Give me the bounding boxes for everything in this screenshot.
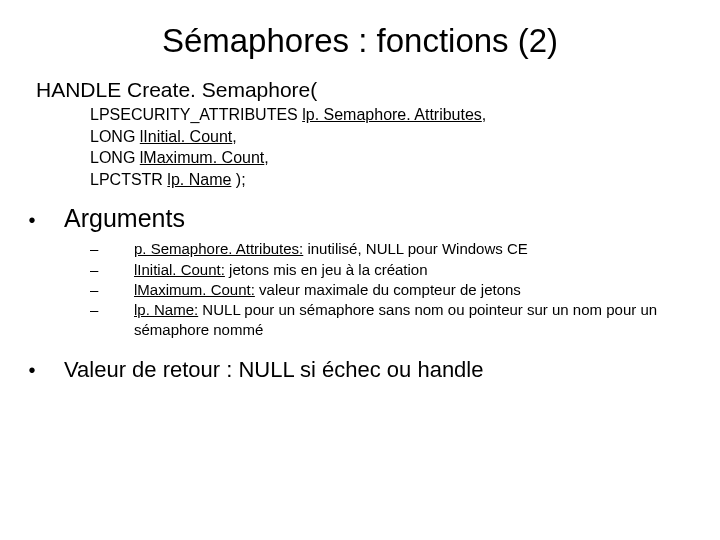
slide: Sémaphores : fonctions (2) HANDLE Create… [0,22,720,540]
dash-icon: – [90,280,134,300]
param-punct: ); [231,171,245,188]
argument-desc: jetons mis en jeu à la création [225,261,428,278]
dash-icon: – [90,300,134,320]
argument-row: – lp. Name: NULL pour un sémaphore sans … [90,300,720,341]
function-signature: HANDLE Create. Semaphore( [36,78,720,102]
argument-text: p. Semaphore. Attributes: inutilisé, NUL… [134,239,720,259]
parameter-list: LPSECURITY_ATTRIBUTES lp. Semaphore. Att… [90,104,720,190]
param-type: LPSECURITY_ATTRIBUTES [90,106,302,123]
argument-desc: NULL pour un sémaphore sans nom ou point… [134,301,657,338]
param-name: lMaximum. Count [140,149,264,166]
arguments-block: – p. Semaphore. Attributes: inutilisé, N… [90,239,720,340]
param-name: lInitial. Count [140,128,233,145]
return-value-text: Valeur de retour : NULL si échec ou hand… [64,357,483,383]
param-type: LPCTSTR [90,171,167,188]
argument-name: lInitial. Count: [134,261,225,278]
dash-icon: – [90,239,134,259]
param-line: LONG lInitial. Count, [90,126,720,148]
argument-text: lp. Name: NULL pour un sémaphore sans no… [134,300,720,341]
arguments-heading-row: • Arguments [0,204,720,233]
param-punct: , [482,106,486,123]
param-name: lp. Semaphore. Attributes [302,106,482,123]
argument-desc: inutilisé, NULL pour Windows CE [303,240,528,257]
argument-name: p. Semaphore. Attributes: [134,240,303,257]
return-value-row: • Valeur de retour : NULL si échec ou ha… [0,357,720,383]
param-line: LPSECURITY_ATTRIBUTES lp. Semaphore. Att… [90,104,720,126]
param-line: LONG lMaximum. Count, [90,147,720,169]
param-line: LPCTSTR lp. Name ); [90,169,720,191]
param-type: LONG [90,128,140,145]
slide-title: Sémaphores : fonctions (2) [0,22,720,60]
param-punct: , [264,149,268,166]
argument-row: – lInitial. Count: jetons mis en jeu à l… [90,260,720,280]
param-type: LONG [90,149,140,166]
argument-desc: valeur maximale du compteur de jetons [255,281,521,298]
argument-row: – lMaximum. Count: valeur maximale du co… [90,280,720,300]
bullet-icon: • [0,359,64,382]
bullet-icon: • [0,209,64,232]
argument-row: – p. Semaphore. Attributes: inutilisé, N… [90,239,720,259]
dash-icon: – [90,260,134,280]
param-punct: , [232,128,236,145]
param-name: lp. Name [167,171,231,188]
argument-name: lp. Name: [134,301,198,318]
argument-text: lMaximum. Count: valeur maximale du comp… [134,280,720,300]
arguments-heading: Arguments [64,204,185,233]
argument-name: lMaximum. Count: [134,281,255,298]
argument-text: lInitial. Count: jetons mis en jeu à la … [134,260,720,280]
